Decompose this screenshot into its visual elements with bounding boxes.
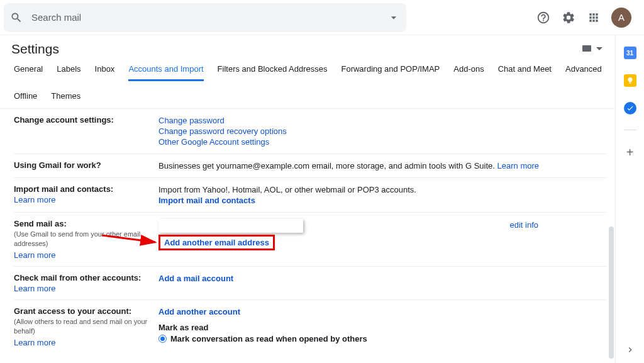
sub-grant-access: (Allow others to read and send mail on y… [14, 317, 153, 337]
link-checkmail-learn-more[interactable]: Learn more [14, 284, 153, 293]
tab-addons[interactable]: Add-ons [453, 64, 484, 81]
label-import-mail: Import mail and contacts: [14, 184, 153, 194]
label-change-account: Change account settings: [14, 115, 153, 125]
section-send-mail-as: Send mail as: (Use Gmail to send from yo… [14, 213, 608, 267]
link-import-mail-contacts[interactable]: Import mail and contacts [158, 195, 608, 206]
settings-tabs: General Labels Inbox Accounts and Import… [0, 57, 615, 109]
title-bar: Settings [0, 35, 615, 57]
account-avatar[interactable]: A [611, 8, 631, 28]
section-check-mail: Check mail from other accounts: Learn mo… [14, 267, 608, 300]
header-icons: A [536, 8, 631, 28]
sidepanel-expand-icon[interactable] [625, 345, 635, 357]
section-grant-access: Grant access to your account: (Allow oth… [14, 300, 608, 354]
radio-mark-read-label: Mark conversation as read when opened by… [170, 334, 367, 343]
sidepanel-divider [624, 130, 636, 130]
input-tools-indicator[interactable] [582, 45, 602, 53]
tab-labels[interactable]: Labels [57, 64, 80, 81]
tab-offline[interactable]: Offline [14, 91, 37, 108]
settings-gear-icon[interactable] [561, 10, 576, 25]
tab-advanced[interactable]: Advanced [565, 64, 602, 81]
section-change-account: Change account settings: Change password… [14, 109, 608, 154]
section-import-mail: Import mail and contacts: Learn more Imp… [14, 178, 608, 213]
highlight-annotation: Add another email address [158, 235, 275, 250]
link-import-learn-more[interactable]: Learn more [14, 195, 153, 204]
arrow-annotation [102, 232, 165, 247]
label-grant-access: Grant access to your account: [14, 306, 153, 316]
side-panel: 31 + [615, 35, 644, 363]
link-sendas-learn-more[interactable]: Learn more [14, 250, 153, 260]
svg-rect-0 [582, 45, 591, 52]
search-icon [10, 11, 23, 24]
text-gsuite: Businesses get yourname@example.com emai… [158, 161, 495, 170]
link-add-another-account[interactable]: Add another account [158, 306, 608, 317]
search-box[interactable]: Search mail [4, 3, 406, 32]
tasks-icon[interactable] [624, 102, 636, 114]
link-gsuite-learn-more[interactable]: Learn more [497, 161, 539, 170]
current-sendas-entry [158, 219, 303, 233]
search-options-icon[interactable] [387, 11, 400, 24]
section-gmail-work: Using Gmail for work? Businesses get you… [14, 154, 608, 178]
tab-filters[interactable]: Filters and Blocked Addresses [218, 64, 328, 81]
label-send-mail-as: Send mail as: [14, 219, 153, 228]
link-add-another-email[interactable]: Add another email address [164, 238, 269, 247]
search-placeholder: Search mail [31, 12, 387, 23]
label-gmail-work: Using Gmail for work? [14, 160, 153, 170]
help-icon[interactable] [536, 10, 551, 25]
app-header: Search mail A [0, 0, 644, 35]
link-grant-learn-more[interactable]: Learn more [14, 338, 153, 347]
radio-mark-read[interactable] [158, 335, 167, 343]
tab-general[interactable]: General [14, 64, 43, 81]
tab-themes[interactable]: Themes [51, 91, 80, 108]
text-import-desc: Import from Yahoo!, Hotmail, AOL, or oth… [158, 184, 608, 195]
link-change-password[interactable]: Change password [158, 115, 608, 126]
apps-icon[interactable] [586, 10, 601, 25]
link-edit-info[interactable]: edit info [509, 220, 538, 230]
keep-icon[interactable] [624, 74, 636, 87]
calendar-icon[interactable]: 31 [624, 47, 636, 59]
link-recovery-options[interactable]: Change password recovery options [158, 126, 608, 137]
link-add-mail-account[interactable]: Add a mail account [158, 273, 608, 284]
page-title: Settings [11, 42, 59, 57]
settings-content: Change account settings: Change password… [0, 109, 615, 359]
tab-forwarding[interactable]: Forwarding and POP/IMAP [341, 64, 440, 81]
link-other-google-settings[interactable]: Other Google Account settings [158, 137, 608, 147]
tab-chat-meet[interactable]: Chat and Meet [498, 64, 552, 81]
label-mark-as-read: Mark as read [158, 322, 608, 333]
label-check-mail: Check mail from other accounts: [14, 273, 153, 282]
tab-inbox[interactable]: Inbox [95, 64, 115, 81]
tab-accounts-import[interactable]: Accounts and Import [128, 64, 203, 81]
scrollbar[interactable] [609, 226, 614, 359]
addons-plus-icon[interactable]: + [626, 145, 634, 160]
svg-line-1 [102, 235, 155, 242]
